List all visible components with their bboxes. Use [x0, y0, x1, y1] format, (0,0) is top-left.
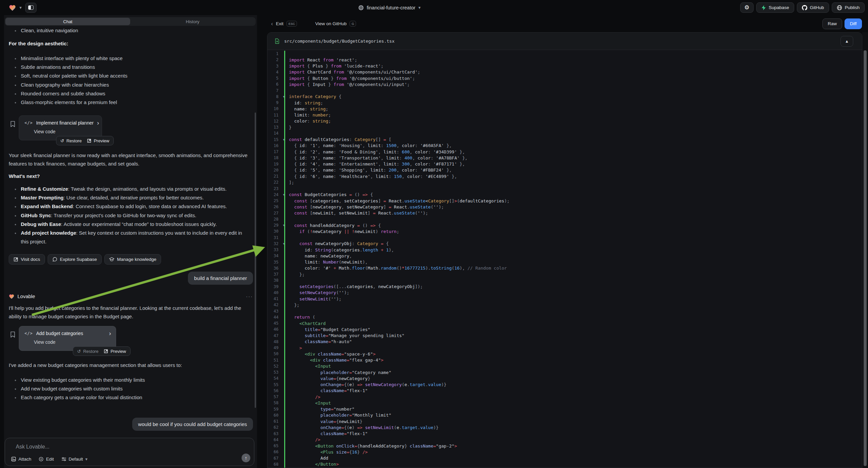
code-line: 60 placeholder="Monthly limit": [268, 412, 862, 418]
visit-docs-button[interactable]: Visit docs: [9, 254, 45, 265]
settings-button[interactable]: ⚙: [740, 2, 753, 13]
code-text: };: [287, 302, 299, 308]
explore-supabase-button[interactable]: Explore Supabase: [48, 254, 102, 265]
fold-chevron-icon[interactable]: ▼: [280, 193, 287, 196]
line-number: 47: [268, 333, 280, 338]
github-button[interactable]: GitHub: [797, 2, 829, 13]
code-text: subtitle="Manage your spending limits": [287, 333, 404, 338]
line-number: 6: [268, 82, 280, 87]
collapse-file-button[interactable]: ▲: [840, 36, 853, 47]
preview-label: Preview: [111, 349, 126, 354]
code-line: 16 { id: '1', name: 'Housing', limit: 15…: [268, 143, 862, 149]
code-text: color: '#' + Math.floor(Math.random()*16…: [287, 266, 507, 271]
lovable-logo-heart-icon[interactable]: [9, 4, 16, 11]
diff-toggle-button[interactable]: Diff: [844, 19, 862, 29]
code-text: }: [287, 125, 291, 130]
prompt-input-box[interactable]: Ask Lovable... Attach Edit: [5, 438, 254, 466]
code-line: 67 Add: [268, 455, 862, 461]
top-bar: ▾ financial-future-creator ▾ ⚙ Supabas: [0, 0, 868, 15]
code-text: >: [287, 346, 302, 351]
bullet-text: Refine & Customize: Tweak the design, an…: [21, 185, 226, 194]
edit-mode-button[interactable]: Edit: [39, 457, 54, 462]
attach-image-icon: [11, 457, 16, 462]
message-menu-button[interactable]: ···: [246, 293, 253, 299]
project-chevron-down-icon: ▾: [418, 5, 421, 10]
code-line: 64 />: [268, 437, 862, 443]
code-text: Add: [287, 456, 328, 461]
fold-chevron-icon[interactable]: ▼: [280, 95, 287, 98]
chevron-right-icon[interactable]: ›: [109, 331, 111, 336]
project-switcher[interactable]: financial-future-creator ▾: [358, 0, 421, 15]
design-heading: For the design aesthetic:: [9, 40, 253, 46]
restore-button[interactable]: ↺ Restore: [77, 349, 98, 354]
code-lines: 12import React from 'react';3import { Pl…: [268, 50, 862, 467]
code-line: 9 id: string;: [268, 100, 862, 106]
line-number: 31: [268, 235, 280, 240]
code-line: 23: [268, 186, 862, 192]
code-line: 42 };: [268, 302, 862, 308]
bookmark-icon[interactable]: [10, 331, 16, 338]
assistant-text: I'll help you add budget categories to t…: [9, 304, 253, 321]
line-number: 52: [268, 364, 280, 369]
line-number: 57: [268, 394, 280, 399]
bullet-text: Each category gets a unique color for vi…: [21, 393, 142, 402]
code-scrollbar-thumb[interactable]: [864, 50, 867, 466]
view-code-link[interactable]: View code: [19, 336, 116, 345]
line-number: 21: [268, 174, 280, 179]
tab-history[interactable]: History: [130, 18, 255, 25]
code-text: <Plus size={16} />: [287, 449, 368, 455]
sliders-icon: [61, 457, 66, 461]
line-number: 12: [268, 119, 280, 123]
exit-button[interactable]: ‹ Exit ESC: [271, 21, 297, 27]
supabase-button[interactable]: Supabase: [756, 2, 794, 13]
chevron-right-icon[interactable]: ›: [97, 120, 99, 125]
fold-chevron-icon[interactable]: ▼: [280, 242, 287, 245]
code-text: name: newCategory,: [287, 254, 352, 259]
line-number: 59: [268, 407, 280, 412]
code-text: { id: '1', name: 'Housing', limit: 1500,…: [287, 143, 452, 148]
file-header[interactable]: src/components/budget/BudgetCategories.t…: [268, 33, 862, 50]
view-on-github-button[interactable]: View on GitHub G: [315, 21, 356, 27]
code-text: { id: '3', name: 'Transportation', limit…: [287, 155, 467, 160]
bullet-dot: [15, 30, 16, 32]
publish-globe-icon: [837, 5, 842, 10]
line-number: 13: [268, 125, 280, 129]
code-line: 65 <Button onClick={handleAddCategory} c…: [268, 443, 862, 449]
code-text: className="h-auto": [287, 339, 352, 344]
logo-chevron-down-icon[interactable]: ▾: [20, 5, 22, 10]
preview-button[interactable]: Preview: [87, 138, 109, 143]
raw-toggle-button[interactable]: Raw: [823, 19, 842, 29]
restore-label: Restore: [83, 349, 99, 354]
model-selector[interactable]: Default ▾: [61, 457, 88, 462]
code-text: };: [287, 272, 305, 277]
toggle-sidebar-button[interactable]: [25, 3, 37, 13]
line-number: 34: [268, 254, 280, 258]
code-line: 30 if (!newCategory || !newLimit) return…: [268, 228, 862, 234]
line-number: 66: [268, 449, 280, 454]
code-line: 25 const [categories, setCategories] = R…: [268, 198, 862, 204]
bookmark-icon[interactable]: [10, 121, 16, 127]
sidebar-panel-icon: [28, 5, 34, 10]
code-text: className="flex-1": [287, 388, 368, 393]
edit-card-title: Add budget categories: [36, 331, 83, 336]
code-line: 13}: [268, 124, 862, 130]
code-view-toolbar: ‹ Exit ESC View on GitHub G Raw Diff: [267, 15, 868, 32]
fold-chevron-icon[interactable]: ▼: [280, 224, 287, 227]
restore-button[interactable]: ↺ Restore: [60, 138, 82, 143]
line-number: 42: [268, 302, 280, 307]
send-button[interactable]: ↑: [242, 454, 250, 462]
attach-button[interactable]: Attach: [11, 457, 31, 462]
fold-chevron-icon[interactable]: ▼: [280, 138, 287, 141]
code-text: <Input: [287, 401, 331, 406]
view-code-link[interactable]: View code: [19, 125, 102, 134]
partial-bullet-list: Clean, intuitive navigation: [9, 26, 253, 35]
code-text: onChange={(e) => setNewCategory(e.target…: [287, 382, 446, 387]
chat-scrollbar[interactable]: [255, 113, 256, 408]
assistant-header: Lovable ···: [9, 293, 253, 299]
tab-chat[interactable]: Chat: [5, 18, 130, 25]
preview-button[interactable]: Preview: [104, 349, 126, 354]
line-number: 33: [268, 247, 280, 252]
manage-knowledge-button[interactable]: Manage knowledge: [104, 254, 161, 265]
code-line: 59 type="number": [268, 406, 862, 412]
publish-button[interactable]: Publish: [832, 2, 865, 13]
